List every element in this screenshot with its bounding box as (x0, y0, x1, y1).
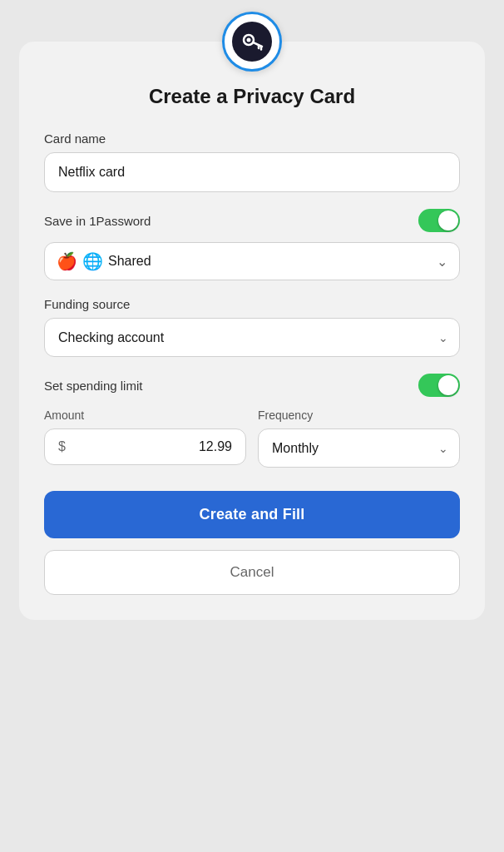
page-title: Create a Privacy Card (19, 85, 485, 108)
vault-icon-apple: 🍎 (57, 253, 77, 270)
toggle-knob (438, 211, 458, 230)
shared-icons-left: 🍎 🌐 Shared (57, 253, 151, 270)
frequency-label: Frequency (258, 409, 460, 422)
modal-card: Create a Privacy Card Card name Save in … (19, 42, 485, 620)
shared-vault-text: Shared (108, 254, 151, 269)
shared-vault-dropdown[interactable]: 🍎 🌐 Shared ⌄ (44, 242, 460, 280)
card-name-input[interactable] (44, 152, 460, 192)
save-in-1password-label: Save in 1Password (44, 214, 151, 228)
shared-vault-chevron-icon: ⌄ (437, 254, 447, 270)
amount-frequency-row: Amount $ Frequency Monthly Weekly Yearly… (44, 409, 460, 468)
funding-source-wrapper: Checking account Savings account Debit c… (44, 318, 460, 357)
form-body: Card name Save in 1Password 🍎 🌐 Shared ⌄… (19, 131, 485, 595)
amount-col: Amount $ (44, 409, 246, 468)
svg-point-1 (247, 38, 251, 42)
save-in-1password-row: Save in 1Password (44, 209, 460, 232)
spending-toggle-knob (438, 375, 458, 395)
frequency-select[interactable]: Monthly Weekly Yearly Per transaction (258, 428, 460, 468)
currency-symbol: $ (58, 439, 66, 454)
spending-limit-row: Set spending limit (44, 374, 460, 397)
save-in-1password-toggle[interactable] (418, 209, 460, 232)
spending-limit-toggle[interactable] (418, 374, 460, 397)
spending-limit-label: Set spending limit (44, 379, 142, 393)
logo-wrapper (19, 12, 485, 72)
frequency-col: Frequency Monthly Weekly Yearly Per tran… (258, 409, 460, 468)
funding-source-label: Funding source (44, 297, 460, 311)
vault-icon-globe: 🌐 (82, 253, 103, 270)
amount-input-wrapper: $ (44, 428, 246, 465)
amount-label: Amount (44, 409, 246, 422)
app-logo (222, 12, 282, 72)
cancel-button[interactable]: Cancel (44, 550, 460, 595)
key-icon (240, 30, 264, 53)
funding-source-select[interactable]: Checking account Savings account Debit c… (44, 318, 460, 357)
create-and-fill-button[interactable]: Create and Fill (44, 491, 460, 538)
card-name-label: Card name (44, 131, 460, 146)
amount-input[interactable] (72, 439, 232, 454)
logo-inner (232, 22, 272, 62)
frequency-wrapper: Monthly Weekly Yearly Per transaction ⌄ (258, 428, 460, 468)
